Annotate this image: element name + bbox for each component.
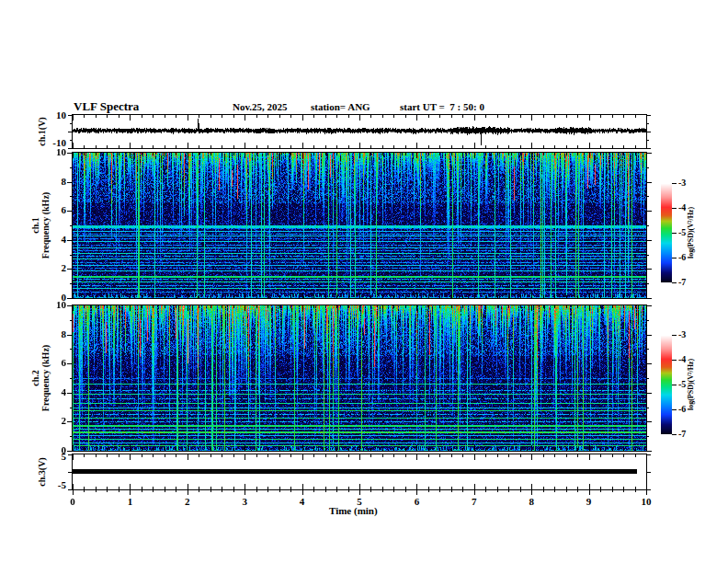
tick-mark (70, 255, 73, 256)
tick-mark (497, 489, 498, 492)
tick-mark (393, 489, 394, 492)
tick-mark (646, 454, 651, 455)
tick-mark (672, 282, 677, 283)
tick-mark (279, 489, 280, 492)
tick-mark (67, 363, 73, 364)
ch3-wave-panel (72, 454, 647, 490)
tick-mark (96, 489, 97, 492)
tick-mark (68, 115, 73, 116)
tick-mark (153, 489, 154, 492)
tick-mark (646, 115, 651, 116)
tick-mark (70, 408, 73, 408)
tick-mark (67, 240, 73, 241)
tick-mark (474, 489, 475, 495)
freq-tick-label: 10 (44, 299, 66, 310)
tick-mark (646, 196, 649, 197)
tick-mark (222, 489, 222, 492)
tick-mark (325, 489, 326, 492)
tick-mark (646, 255, 649, 256)
tick-mark (67, 211, 73, 212)
tick-mark (359, 489, 360, 495)
ch1-spectrogram-canvas (73, 153, 646, 298)
tick-mark (70, 167, 73, 168)
freq-tick-label: 6 (44, 204, 66, 215)
colorbar-tick-label: -5 (678, 227, 686, 237)
time-axis-tick-label: 4 (300, 496, 305, 507)
tick-mark (84, 489, 85, 492)
tick-mark (199, 489, 199, 492)
tick-mark (646, 335, 652, 336)
tick-mark (70, 196, 73, 197)
tick-mark (646, 472, 651, 473)
tick-mark (68, 472, 73, 473)
ch2-spec-axis-label: ch.2 Frequency (kHz) (31, 345, 51, 411)
tick-mark (416, 489, 417, 495)
tick-mark (67, 298, 73, 299)
colorbar2-label: log(PSD)(V²/Hz) (688, 359, 695, 410)
tick-mark (70, 225, 73, 226)
tick-mark (623, 489, 624, 492)
tick-mark (67, 153, 73, 154)
time-axis-tick-label: 8 (529, 496, 534, 507)
freq-tick-label: 8 (44, 328, 66, 339)
colorbar-tick-label: -7 (678, 429, 686, 439)
tick-mark (70, 123, 73, 124)
ch1-wave-ymax-label: 10 (44, 109, 66, 121)
tick-mark (646, 123, 649, 124)
tick-mark (646, 421, 652, 422)
tick-mark (70, 140, 73, 141)
tick-mark (672, 360, 677, 361)
colorbar-tick-label: -4 (678, 354, 686, 364)
tick-mark (439, 489, 440, 492)
ch1-wave-panel (72, 114, 647, 149)
ch1-spec-panel (72, 152, 647, 299)
tick-mark (635, 489, 636, 492)
tick-mark (313, 489, 314, 492)
tick-mark (646, 436, 649, 437)
tick-mark (646, 182, 652, 183)
colorbar1-canvas (661, 183, 672, 282)
colorbar2-canvas (661, 335, 672, 434)
tick-mark (672, 385, 677, 385)
tick-mark (646, 298, 652, 299)
tick-mark (119, 489, 119, 492)
tick-mark (70, 378, 73, 379)
ch2-spectrogram-canvas (73, 305, 646, 451)
tick-mark (589, 489, 590, 495)
header-title: VLF Spectra (74, 99, 139, 114)
ch1-waveform-canvas (73, 115, 646, 148)
tick-mark (646, 148, 651, 149)
tick-mark (68, 148, 73, 149)
ch2-spec-panel (72, 304, 647, 452)
tick-mark (188, 489, 188, 495)
colorbar-tick-label: -6 (678, 252, 686, 262)
tick-mark (600, 489, 601, 492)
tick-mark (646, 451, 652, 452)
colorbar-tick-label: -3 (678, 178, 686, 188)
freq-tick-label: 6 (44, 357, 66, 368)
colorbar-tick-label: -4 (678, 202, 686, 213)
ch3-waveform-canvas (73, 454, 646, 489)
tick-mark (165, 489, 165, 492)
tick-mark (672, 183, 677, 184)
tick-mark (646, 283, 649, 284)
tick-mark (462, 489, 463, 492)
tick-mark (646, 225, 649, 226)
freq-tick-label: 10 (44, 146, 66, 157)
colorbar1-label: log(PSD)(V²/Hz) (688, 207, 695, 259)
tick-mark (646, 305, 652, 306)
tick-mark (543, 489, 544, 492)
ch1-spec-axis-label: ch.1 Frequency (kHz) (31, 192, 51, 259)
tick-mark (107, 489, 108, 492)
freq-tick-label: 2 (44, 415, 66, 426)
tick-mark (267, 489, 268, 492)
tick-mark (577, 489, 578, 492)
header-station: station= ANG (311, 101, 370, 112)
colorbar-tick-label: -6 (678, 404, 686, 414)
freq-tick-label: 4 (44, 234, 66, 245)
tick-mark (508, 489, 509, 492)
time-axis-tick-label: 6 (415, 496, 420, 507)
tick-mark (256, 489, 257, 492)
tick-mark (176, 489, 176, 492)
tick-mark (290, 489, 291, 492)
